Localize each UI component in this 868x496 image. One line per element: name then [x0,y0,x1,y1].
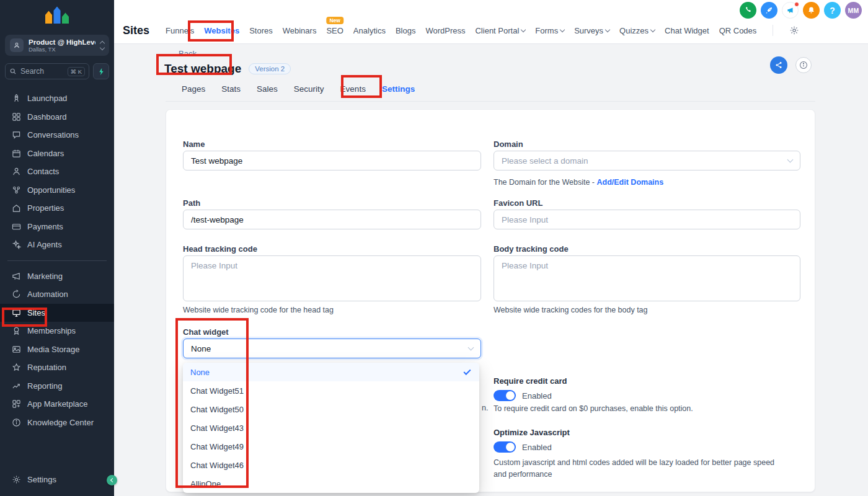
chat-widget-option[interactable]: Chat Widget43 [183,418,479,437]
card-icon [11,222,21,231]
sidebar-item-label: Marketing [27,272,63,281]
body-tracking-label: Body tracking code [494,244,569,254]
body-tracking-textarea[interactable] [494,255,800,301]
tab-stats[interactable]: Stats [218,84,244,94]
bolt-icon [98,68,105,76]
sidebar-item-ai-agents[interactable]: AI Agents [0,236,114,254]
sites-settings-gear-button[interactable] [789,25,799,35]
tab-stores[interactable]: Stores [249,26,273,35]
sidebar-item-label: Conversations [27,130,79,140]
chat-widget-option[interactable]: Chat Widget50 [183,400,479,418]
tab-blogs[interactable]: Blogs [396,26,416,35]
ai-quick-button[interactable] [93,63,109,79]
quick-actions-button[interactable] [761,2,777,19]
tab-pages[interactable]: Pages [178,84,209,94]
tab-surveys[interactable]: Surveys [574,26,609,35]
sidebar-item-reputation[interactable]: Reputation [0,358,114,377]
sidebar-item-payments[interactable]: Payments [0,218,114,236]
sidebar-item-calendars[interactable]: Calendars [0,144,114,163]
gear-icon [789,25,799,35]
info-button[interactable] [795,57,812,73]
sidebar-item-app-marketplace[interactable]: App Marketplace [0,395,114,414]
user-avatar[interactable]: MM [845,2,862,19]
tab-quizzes[interactable]: Quizzes [619,26,655,35]
tab-websites[interactable]: Websites [204,26,239,35]
tab-qr-codes[interactable]: QR Codes [719,26,757,35]
notifications-button[interactable] [803,2,820,19]
chat-widget-option-none[interactable]: None [183,363,479,381]
opportunities-icon [11,185,21,195]
sidebar-search-input[interactable]: Search ⌘ K [5,63,89,79]
sidebar-item-contacts[interactable]: Contacts [0,162,114,181]
sidebar-item-label: Launchpad [27,94,67,103]
account-name: Product @ HighLevel [29,38,95,46]
sidebar-collapse-button[interactable] [107,475,117,485]
tab-client-portal[interactable]: Client Portal [475,26,525,35]
tab-wordpress[interactable]: WordPress [425,26,465,35]
sidebar-item-opportunities[interactable]: Opportunities [0,181,114,200]
contact-icon [11,167,21,176]
name-input[interactable] [183,151,481,170]
notification-dot [794,2,799,7]
head-tracking-textarea[interactable] [183,255,481,301]
sites-nav-tabs: Funnels Websites Stores Webinars NewSEO … [166,25,799,36]
add-edit-domains-link[interactable]: Add/Edit Domains [597,178,664,187]
back-link[interactable]: ← Back [167,49,197,58]
sidebar-item-knowledge-center[interactable]: Knowledge Center [0,414,114,432]
sidebar-item-launchpad[interactable]: Launchpad [0,89,114,108]
account-chevron-icon [100,42,104,50]
whats-new-button[interactable] [782,2,799,19]
chat-widget-option[interactable]: Chat Widget46 [183,456,479,474]
favicon-input[interactable] [494,210,800,229]
optimize-javascript-toggle[interactable] [494,441,516,453]
info-icon [799,61,808,69]
sidebar-item-dashboard[interactable]: Dashboard [0,108,114,126]
sidebar-item-memberships[interactable]: Memberships [0,322,114,340]
search-icon [9,68,17,75]
chat-widget-select[interactable]: None [183,339,481,358]
tab-seo[interactable]: NewSEO [326,26,343,35]
sidebar-item-settings[interactable]: Settings [0,471,114,489]
content-area: ← Back Test webpage Version 2 Pages Stat… [114,44,868,496]
chevron-down-icon [560,27,565,32]
help-button[interactable]: ? [824,2,841,19]
tab-settings[interactable]: Settings [378,84,418,94]
chevron-down-icon [605,27,610,32]
tab-webinars[interactable]: Webinars [283,26,317,35]
automation-icon [11,290,21,299]
require-credit-card-toggle[interactable] [494,390,516,401]
sidebar-item-conversations[interactable]: Conversations [0,126,114,144]
sidebar-item-sites[interactable]: Sites [0,304,114,322]
sidebar-item-label: AI Agents [27,240,62,249]
tab-sales[interactable]: Sales [253,84,281,94]
sidebar-item-label: Payments [27,222,63,231]
phone-button[interactable] [740,2,756,19]
sidebar-item-reporting[interactable]: Reporting [0,377,114,396]
chat-widget-option[interactable]: Chat Widget51 [183,381,479,400]
tab-forms[interactable]: Forms [535,26,564,35]
tab-chat-widget[interactable]: Chat Widget [665,26,709,35]
path-input[interactable] [183,210,481,229]
chevron-down-icon [787,157,794,163]
tab-events[interactable]: Events [337,84,370,94]
tab-funnels[interactable]: Funnels [166,26,194,35]
account-switcher[interactable]: Product @ HighLevel Dallas, TX [5,35,109,56]
sidebar-item-automation[interactable]: Automation [0,285,114,304]
sidebar-item-media-storage[interactable]: Media Storage [0,340,114,359]
sidebar-item-properties[interactable]: Properties [0,199,114,218]
toolbar-divider [773,25,773,36]
sidebar-item-label: Opportunities [27,185,75,195]
sidebar-item-label: Media Storage [27,345,80,354]
share-button[interactable] [770,56,787,74]
optimize-javascript-hint: Custom javascript and html codes added w… [494,457,785,481]
sidebar-item-marketing[interactable]: Marketing [0,267,114,286]
chat-widget-option[interactable]: Chat Widget49 [183,437,479,456]
new-badge: New [326,17,343,24]
chat-widget-option[interactable]: AllinOne [183,474,479,493]
tab-analytics[interactable]: Analytics [353,26,386,35]
require-credit-card-label: Require credit card [494,376,567,386]
body-tracking-hint: Website wide tracking codes for the body… [494,306,648,314]
favicon-label: Favicon URL [494,198,542,208]
domain-select[interactable]: Please select a domain [494,151,800,170]
tab-security[interactable]: Security [290,84,328,94]
